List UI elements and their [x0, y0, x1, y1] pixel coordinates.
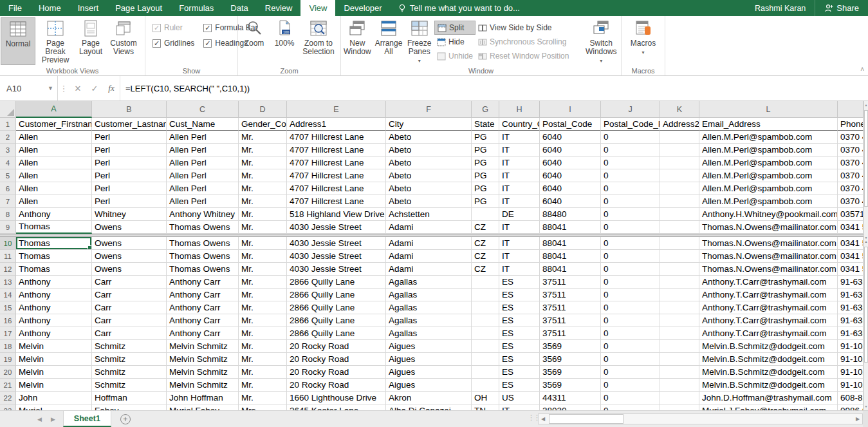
- cell-C17[interactable]: Anthony Carr: [167, 327, 239, 340]
- cell-D6[interactable]: Mr.: [239, 182, 287, 195]
- cell-E4[interactable]: 4707 Hillcrest Lane: [287, 157, 386, 169]
- cell-E20[interactable]: 20 Rocky Road: [287, 366, 386, 379]
- cell-I11[interactable]: 88041: [540, 250, 601, 263]
- cell-M1[interactable]: Phone_Number: [838, 118, 863, 131]
- macros-button[interactable]: Macros ▾: [625, 17, 661, 65]
- cell-J8[interactable]: 0: [601, 208, 660, 221]
- cell-M8[interactable]: 03571: [838, 208, 863, 221]
- column-header-A[interactable]: A: [16, 101, 92, 118]
- cell-E19[interactable]: 20 Rocky Road: [287, 353, 386, 366]
- cell-D5[interactable]: Mr.: [239, 169, 287, 182]
- cell-J22[interactable]: 0: [601, 392, 660, 404]
- cell-D11[interactable]: Mr.: [239, 250, 287, 263]
- enter-icon[interactable]: ✓: [86, 76, 103, 100]
- cell-B13[interactable]: Carr: [92, 276, 167, 289]
- cell-K23[interactable]: [660, 404, 699, 410]
- cell-K7[interactable]: [660, 195, 699, 208]
- tab-insert[interactable]: Insert: [69, 0, 107, 16]
- cell-G17[interactable]: [472, 327, 499, 340]
- normal-view-button[interactable]: Normal: [1, 17, 35, 65]
- cell-J13[interactable]: 0: [601, 276, 660, 289]
- cell-I10[interactable]: 88041: [540, 237, 601, 250]
- cell-K2[interactable]: [660, 131, 699, 144]
- column-header-B[interactable]: B: [92, 101, 167, 118]
- cell-A16[interactable]: Anthony: [16, 314, 92, 327]
- cell-D10[interactable]: Mr.: [239, 237, 287, 250]
- freeze-panes-button[interactable]: Freeze Panes ▾: [404, 17, 434, 65]
- cell-J10[interactable]: 0: [601, 237, 660, 250]
- cell-E23[interactable]: 2645 Kooter Lane: [287, 404, 386, 410]
- cell-G11[interactable]: CZ: [472, 250, 499, 263]
- cell-F5[interactable]: Abeto: [386, 169, 472, 182]
- cell-B18[interactable]: Schmitz: [92, 340, 167, 353]
- cell-M14[interactable]: 91-635: [838, 289, 863, 301]
- column-header-D[interactable]: D: [239, 101, 287, 118]
- cell-M6[interactable]: 0370 4: [838, 182, 863, 195]
- cell-C4[interactable]: Allen Perl: [167, 157, 239, 169]
- cell-K1[interactable]: Address2: [660, 118, 699, 131]
- cell-K17[interactable]: [660, 327, 699, 340]
- column-header-L[interactable]: L: [699, 101, 838, 118]
- tab-review[interactable]: Review: [257, 0, 301, 16]
- row-header-15[interactable]: 15: [0, 301, 16, 314]
- cell-I12[interactable]: 88041: [540, 263, 601, 276]
- cell-C2[interactable]: Allen Perl: [167, 131, 239, 144]
- view-side-by-side-button[interactable]: View Side by Side: [476, 21, 571, 35]
- new-sheet-button[interactable]: +: [120, 411, 131, 427]
- cell-L5[interactable]: Allen.M.Perl@spambob.com: [699, 169, 838, 182]
- cell-F8[interactable]: Achstetten: [386, 208, 472, 221]
- row-header-16[interactable]: 16: [0, 314, 16, 327]
- cell-F2[interactable]: Abeto: [386, 131, 472, 144]
- switch-windows-button[interactable]: Switch Windows ▾: [582, 17, 620, 65]
- column-header-F[interactable]: F: [386, 101, 472, 118]
- cell-L19[interactable]: Melvin.B.Schmitz@dodgeit.com: [699, 353, 838, 366]
- cell-B5[interactable]: Perl: [92, 169, 167, 182]
- column-header-E[interactable]: E: [287, 101, 386, 118]
- row-header-7[interactable]: 7: [0, 195, 16, 208]
- cell-D13[interactable]: Mr.: [239, 276, 287, 289]
- scroll-left-icon[interactable]: ◀: [539, 414, 548, 424]
- column-header-M[interactable]: [838, 101, 863, 118]
- cell-E11[interactable]: 4030 Jessie Street: [287, 250, 386, 263]
- vertical-scrollbar-thumb[interactable]: [864, 247, 868, 363]
- cell-B7[interactable]: Perl: [92, 195, 167, 208]
- cell-C18[interactable]: Melvin Schmitz: [167, 340, 239, 353]
- cell-L14[interactable]: Anthony.T.Carr@trashymail.com: [699, 289, 838, 301]
- cell-H23[interactable]: IT: [499, 404, 540, 410]
- cell-F9[interactable]: Adami: [386, 221, 472, 234]
- formula-input[interactable]: =LEFT(C10, SEARCH(" ",C10,1)): [120, 76, 868, 100]
- cell-H21[interactable]: ES: [499, 379, 540, 392]
- cell-C8[interactable]: Anthony Whitney: [167, 208, 239, 221]
- cell-K18[interactable]: [660, 340, 699, 353]
- tell-me-box[interactable]: Tell me what you want to do...: [391, 0, 528, 16]
- cell-L16[interactable]: Anthony.T.Carr@trashymail.com: [699, 314, 838, 327]
- cell-I21[interactable]: 3569: [540, 379, 601, 392]
- cell-C14[interactable]: Anthony Carr: [167, 289, 239, 301]
- cell-G20[interactable]: [472, 366, 499, 379]
- vertical-scrollbar[interactable]: ▲ ▼ ▲ ▼: [863, 101, 868, 410]
- row-header-1[interactable]: 1: [0, 118, 16, 131]
- cell-E12[interactable]: 4030 Jessie Street: [287, 263, 386, 276]
- cell-F21[interactable]: Aigues: [386, 379, 472, 392]
- cell-B23[interactable]: Fahey: [92, 404, 167, 410]
- page-layout-button[interactable]: Page Layout: [75, 17, 106, 65]
- cell-C7[interactable]: Allen Perl: [167, 195, 239, 208]
- cell-C9[interactable]: Thomas Owens: [167, 221, 239, 234]
- zoom-to-selection-button[interactable]: Zoom to Selection: [299, 17, 338, 65]
- cell-D4[interactable]: Mr.: [239, 157, 287, 169]
- cell-G9[interactable]: CZ: [472, 221, 499, 234]
- cell-E1[interactable]: Address1: [287, 118, 386, 131]
- tab-data[interactable]: Data: [222, 0, 256, 16]
- cell-L9[interactable]: Thomas.N.Owens@mailinator.com: [699, 221, 838, 234]
- tab-page-layout[interactable]: Page Layout: [107, 0, 171, 16]
- column-header-H[interactable]: H: [499, 101, 540, 118]
- cell-L23[interactable]: Muriel.J.Fahey@trashymail.com: [699, 404, 838, 410]
- cell-K9[interactable]: [660, 221, 699, 234]
- cell-D2[interactable]: Mr.: [239, 131, 287, 144]
- cell-M19[interactable]: 91-102: [838, 353, 863, 366]
- column-header-I[interactable]: I: [540, 101, 601, 118]
- cell-M16[interactable]: 91-635: [838, 314, 863, 327]
- cell-M20[interactable]: 91-102: [838, 366, 863, 379]
- cell-F10[interactable]: Adami: [386, 237, 472, 250]
- cell-G8[interactable]: [472, 208, 499, 221]
